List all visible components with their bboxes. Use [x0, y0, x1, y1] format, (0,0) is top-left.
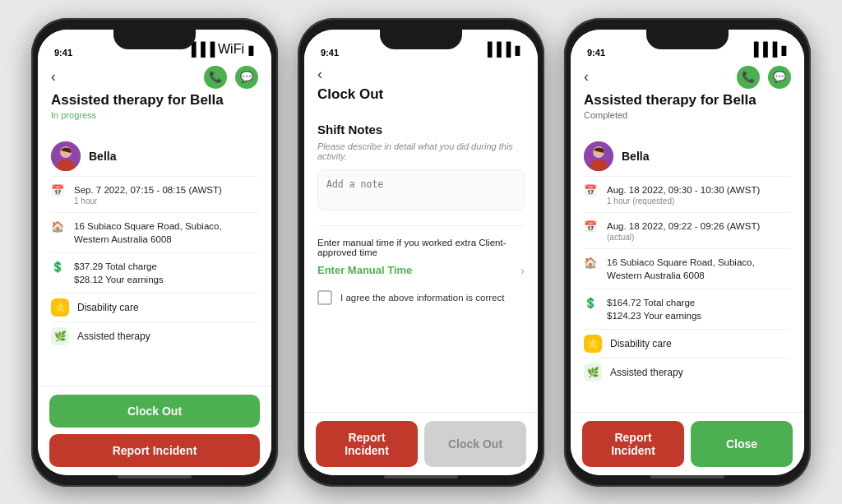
phone2-header: ‹ Clock Out: [304, 61, 538, 111]
header-icons-3: 📞 💬: [737, 66, 791, 89]
datetime-text-3: Aug. 18 2022, 09:30 - 10:30 (AWST): [607, 183, 760, 197]
back-row-2: ‹: [317, 66, 525, 83]
tag-therapy: 🌿 Assisted therapy: [51, 321, 258, 350]
phone2-bottom-buttons: Report Incident Clock Out: [304, 412, 538, 475]
phone1-bottom-buttons: Clock Out Report Incident: [38, 386, 271, 475]
manual-time-label: Enter manual time if you worked extra Cl…: [317, 238, 525, 257]
phone-icon-button[interactable]: 📞: [204, 66, 227, 89]
phone3-wrapper: 9:41 ▐▐▐ ▮ ‹ 📞 💬 Assisted therapy for Be…: [564, 18, 811, 487]
home-icon: 🏠: [51, 220, 66, 233]
duration-text: 1 hour: [74, 197, 222, 206]
checkbox-label: I agree the above information is correct: [340, 293, 504, 303]
earnings-info: $37.29 Total charge $28.12 Your earnings: [74, 260, 164, 286]
report-incident-button-3[interactable]: Report Incident: [582, 421, 684, 467]
close-button[interactable]: Close: [691, 421, 793, 467]
datetime-text: Sep. 7 2022, 07:15 - 08:15 (AWST): [74, 183, 222, 197]
client-name: Bella: [89, 150, 116, 163]
client-avatar-3: [584, 141, 613, 171]
address-row-3: 🏠 16 Subiaco Square Road, Subiaco, Weste…: [584, 248, 791, 289]
status-icons: ▐▐▐ WiFi ▮: [187, 42, 255, 58]
note-input[interactable]: [317, 169, 525, 210]
clockout-title: Clock Out: [317, 86, 525, 103]
client-row: Bella: [51, 136, 258, 176]
tag-disability-3: ⭐ Disability care: [584, 329, 791, 358]
phone1-wrapper: 9:41 ▐▐▐ WiFi ▮ ‹ 📞 💬 Assisted therapy f…: [31, 18, 278, 487]
disability-label: Disability care: [77, 302, 139, 313]
disability-label-3: Disability care: [610, 338, 672, 349]
clockout-content: Shift Notes Please describe in detail wh…: [304, 111, 538, 412]
earnings-row-3: 💲 $164.72 Total charge $124.23 Your earn…: [584, 289, 791, 329]
chevron-right-icon: ›: [520, 264, 525, 277]
calendar-icon: 📅: [51, 184, 66, 197]
therapy-label-3: Assisted therapy: [610, 367, 683, 378]
phone-icon-button-3[interactable]: 📞: [737, 66, 760, 89]
battery-icon-3: ▮: [780, 42, 788, 58]
agree-checkbox[interactable]: [317, 290, 332, 305]
disability-badge: ⭐: [51, 298, 69, 317]
client-avatar: [51, 141, 81, 171]
phone3-bottom-buttons: Report Incident Close: [571, 412, 804, 475]
chat-icon-button[interactable]: 💬: [235, 66, 258, 89]
phone3-header: ‹ 📞 💬 Assisted therapy for Bella Complet…: [571, 61, 804, 128]
battery-icon: ▮: [248, 42, 255, 58]
status-time-3: 9:41: [587, 48, 605, 58]
status-time-2: 9:41: [321, 48, 339, 58]
checkbox-row[interactable]: I agree the above information is correct: [317, 290, 525, 305]
earnings-row: 💲 $37.29 Total charge $28.12 Your earnin…: [51, 252, 258, 293]
your-earnings-3: $124.23 Your earnings: [607, 309, 701, 322]
phone3-info-section: Bella 📅 Aug. 18 2022, 09:30 - 10:30 (AWS…: [571, 128, 804, 412]
wifi-icon: WiFi: [218, 42, 244, 57]
total-charge-3: $164.72 Total charge: [607, 296, 701, 309]
status-time: 9:41: [54, 48, 72, 58]
page-title: Assisted therapy for Bella: [51, 92, 258, 109]
header-icons: 📞 💬: [204, 66, 258, 89]
datetime-row-requested: 📅 Aug. 18 2022, 09:30 - 10:30 (AWST) 1 h…: [584, 176, 791, 212]
status-icons-3: ▐▐▐ ▮: [749, 42, 788, 58]
chat-icon-button-3[interactable]: 💬: [768, 66, 791, 89]
phone1-header: ‹ 📞 💬 Assisted therapy for Bella In prog…: [38, 61, 271, 128]
datetime-info: Sep. 7 2022, 07:15 - 08:15 (AWST) 1 hour: [74, 183, 222, 206]
phone3-screen: 9:41 ▐▐▐ ▮ ‹ 📞 💬 Assisted therapy for Be…: [571, 30, 804, 475]
manual-time-link[interactable]: Enter Manual Time ›: [317, 264, 525, 277]
therapy-badge-3: 🌿: [584, 363, 602, 381]
therapy-label: Assisted therapy: [77, 331, 150, 342]
clock-out-button-2: Clock Out: [424, 421, 526, 467]
page-status: In progress: [51, 110, 258, 120]
phone1-screen: 9:41 ▐▐▐ WiFi ▮ ‹ 📞 💬 Assisted therapy f…: [38, 30, 271, 475]
client-name-3: Bella: [622, 150, 649, 163]
tag-disability: ⭐ Disability care: [51, 293, 258, 321]
back-row-3: ‹ 📞 💬: [584, 66, 791, 89]
your-earnings: $28.12 Your earnings: [74, 273, 164, 286]
address-row: 🏠 16 Subiaco Square Road, Subiaco, Weste…: [51, 212, 258, 252]
report-incident-button-2[interactable]: Report Incident: [316, 421, 418, 467]
back-button[interactable]: ‹: [51, 68, 56, 86]
page-title-3: Assisted therapy for Bella: [584, 92, 791, 109]
datetime-text-actual: Aug. 18 2022, 09:22 - 09:26 (AWST): [607, 220, 760, 233]
status-icons-2: ▐▐▐ ▮: [483, 42, 521, 58]
back-button-2[interactable]: ‹: [317, 66, 322, 83]
earnings-info-3: $164.72 Total charge $124.23 Your earnin…: [607, 296, 701, 322]
btn-row-3: Report Incident Close: [582, 421, 793, 467]
disability-badge-3: ⭐: [584, 335, 602, 353]
home-icon-3: 🏠: [584, 257, 599, 269]
manual-time-text: Enter Manual Time: [317, 264, 412, 276]
datetime-row: 📅 Sep. 7 2022, 07:15 - 08:15 (AWST) 1 ho…: [51, 176, 258, 212]
datetime-info-3: Aug. 18 2022, 09:30 - 10:30 (AWST) 1 hou…: [607, 183, 760, 206]
therapy-badge: 🌿: [51, 327, 69, 345]
back-button-3[interactable]: ‹: [584, 68, 589, 86]
calendar-icon-3: 📅: [584, 184, 599, 197]
shift-notes-title: Shift Notes: [317, 123, 525, 136]
report-incident-button[interactable]: Report Incident: [49, 434, 260, 467]
phone1-info-section: Bella 📅 Sep. 7 2022, 07:15 - 08:15 (AWST…: [38, 128, 271, 386]
client-row-3: Bella: [584, 136, 791, 176]
back-row: ‹ 📞 💬: [51, 66, 258, 89]
dollar-icon: 💲: [51, 261, 66, 273]
manual-time-section: Enter manual time if you worked extra Cl…: [317, 225, 525, 277]
total-charge: $37.29 Total charge: [74, 260, 164, 273]
phones-container: 9:41 ▐▐▐ WiFi ▮ ‹ 📞 💬 Assisted therapy f…: [15, 2, 827, 503]
datetime-row-actual: 📅 Aug. 18 2022, 09:22 - 09:26 (AWST) (ac…: [584, 212, 791, 248]
phone2-screen: 9:41 ▐▐▐ ▮ ‹ Clock Out Shift Notes Pleas…: [304, 30, 538, 475]
page-status-3: Completed: [584, 110, 791, 120]
duration-text-actual: (actual): [607, 233, 760, 242]
clock-out-button[interactable]: Clock Out: [49, 395, 260, 428]
